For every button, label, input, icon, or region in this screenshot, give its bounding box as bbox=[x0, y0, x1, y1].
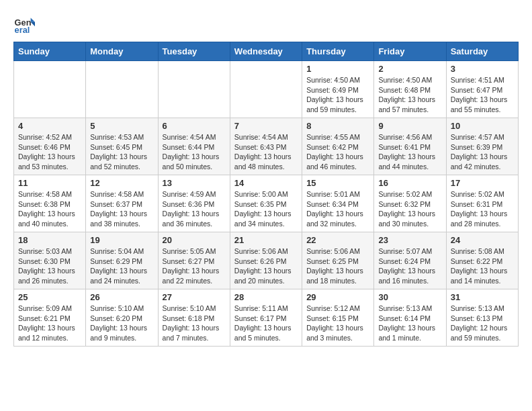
day-number: 18 bbox=[18, 235, 81, 245]
calendar-day-header: Monday bbox=[86, 42, 158, 61]
calendar-cell: 8Sunrise: 4:55 AM Sunset: 6:42 PM Daylig… bbox=[302, 118, 374, 175]
calendar-week-row: 11Sunrise: 4:58 AM Sunset: 6:38 PM Dayli… bbox=[14, 175, 519, 232]
calendar-day-header: Saturday bbox=[446, 42, 518, 61]
day-number: 10 bbox=[451, 121, 514, 131]
calendar-cell: 19Sunrise: 5:04 AM Sunset: 6:29 PM Dayli… bbox=[86, 232, 158, 289]
day-number: 31 bbox=[451, 292, 514, 302]
calendar-cell: 22Sunrise: 5:06 AM Sunset: 6:25 PM Dayli… bbox=[302, 232, 374, 289]
calendar-week-row: 25Sunrise: 5:09 AM Sunset: 6:21 PM Dayli… bbox=[14, 289, 519, 347]
day-info: Sunrise: 5:13 AM Sunset: 6:14 PM Dayligh… bbox=[378, 304, 441, 343]
day-info: Sunrise: 4:56 AM Sunset: 6:41 PM Dayligh… bbox=[378, 132, 441, 172]
calendar-cell: 5Sunrise: 4:53 AM Sunset: 6:45 PM Daylig… bbox=[86, 118, 158, 175]
day-number: 28 bbox=[234, 292, 298, 302]
calendar-cell: 25Sunrise: 5:09 AM Sunset: 6:21 PM Dayli… bbox=[14, 289, 86, 347]
calendar-day-header: Tuesday bbox=[158, 42, 230, 61]
day-number: 4 bbox=[18, 121, 81, 131]
calendar-day-header: Sunday bbox=[14, 42, 86, 61]
day-number: 26 bbox=[90, 292, 153, 302]
calendar-cell: 3Sunrise: 4:51 AM Sunset: 6:47 PM Daylig… bbox=[446, 61, 518, 118]
day-info: Sunrise: 4:54 AM Sunset: 6:43 PM Dayligh… bbox=[234, 132, 298, 172]
day-info: Sunrise: 5:11 AM Sunset: 6:17 PM Dayligh… bbox=[234, 304, 298, 343]
calendar-day-header: Wednesday bbox=[230, 42, 302, 61]
calendar-cell: 11Sunrise: 4:58 AM Sunset: 6:38 PM Dayli… bbox=[14, 175, 86, 232]
calendar-cell bbox=[14, 61, 86, 118]
day-info: Sunrise: 4:50 AM Sunset: 6:48 PM Dayligh… bbox=[378, 75, 441, 115]
day-info: Sunrise: 5:01 AM Sunset: 6:34 PM Dayligh… bbox=[306, 189, 369, 229]
calendar-cell: 15Sunrise: 5:01 AM Sunset: 6:34 PM Dayli… bbox=[302, 175, 374, 232]
day-info: Sunrise: 5:08 AM Sunset: 6:22 PM Dayligh… bbox=[451, 246, 514, 286]
day-info: Sunrise: 4:58 AM Sunset: 6:38 PM Dayligh… bbox=[18, 189, 81, 229]
day-number: 24 bbox=[451, 235, 514, 245]
calendar-cell: 24Sunrise: 5:08 AM Sunset: 6:22 PM Dayli… bbox=[446, 232, 518, 289]
calendar-cell: 10Sunrise: 4:57 AM Sunset: 6:39 PM Dayli… bbox=[446, 118, 518, 175]
day-info: Sunrise: 5:00 AM Sunset: 6:35 PM Dayligh… bbox=[234, 189, 298, 229]
day-number: 20 bbox=[163, 235, 226, 245]
calendar-cell: 21Sunrise: 5:06 AM Sunset: 6:26 PM Dayli… bbox=[230, 232, 302, 289]
calendar-cell: 2Sunrise: 4:50 AM Sunset: 6:48 PM Daylig… bbox=[374, 61, 446, 118]
day-number: 27 bbox=[163, 292, 226, 302]
svg-marker-3 bbox=[31, 22, 35, 26]
day-number: 6 bbox=[163, 121, 226, 131]
calendar-cell: 1Sunrise: 4:50 AM Sunset: 6:49 PM Daylig… bbox=[302, 61, 374, 118]
day-number: 29 bbox=[306, 292, 369, 302]
calendar-cell: 7Sunrise: 4:54 AM Sunset: 6:43 PM Daylig… bbox=[230, 118, 302, 175]
day-info: Sunrise: 5:12 AM Sunset: 6:15 PM Dayligh… bbox=[306, 304, 369, 343]
calendar-body: 1Sunrise: 4:50 AM Sunset: 6:49 PM Daylig… bbox=[14, 61, 519, 347]
day-info: Sunrise: 4:52 AM Sunset: 6:46 PM Dayligh… bbox=[18, 132, 81, 172]
day-info: Sunrise: 5:05 AM Sunset: 6:27 PM Dayligh… bbox=[163, 246, 226, 286]
calendar-day-header: Friday bbox=[374, 42, 446, 61]
calendar-cell: 18Sunrise: 5:03 AM Sunset: 6:30 PM Dayli… bbox=[14, 232, 86, 289]
calendar-cell: 13Sunrise: 4:59 AM Sunset: 6:36 PM Dayli… bbox=[158, 175, 230, 232]
calendar-day-header: Thursday bbox=[302, 42, 374, 61]
day-number: 21 bbox=[234, 235, 298, 245]
day-number: 23 bbox=[378, 235, 441, 245]
day-number: 2 bbox=[378, 64, 441, 74]
calendar-cell: 29Sunrise: 5:12 AM Sunset: 6:15 PM Dayli… bbox=[302, 289, 374, 347]
calendar-cell: 4Sunrise: 4:52 AM Sunset: 6:46 PM Daylig… bbox=[14, 118, 86, 175]
calendar-cell: 12Sunrise: 4:58 AM Sunset: 6:37 PM Dayli… bbox=[86, 175, 158, 232]
day-info: Sunrise: 5:04 AM Sunset: 6:29 PM Dayligh… bbox=[90, 246, 153, 286]
day-info: Sunrise: 4:57 AM Sunset: 6:39 PM Dayligh… bbox=[451, 132, 514, 172]
calendar-cell bbox=[158, 61, 230, 118]
day-number: 19 bbox=[90, 235, 153, 245]
svg-text:eral: eral bbox=[15, 25, 30, 35]
day-number: 15 bbox=[306, 178, 369, 188]
day-number: 5 bbox=[90, 121, 153, 131]
day-info: Sunrise: 5:13 AM Sunset: 6:13 PM Dayligh… bbox=[451, 304, 514, 343]
day-info: Sunrise: 5:06 AM Sunset: 6:26 PM Dayligh… bbox=[234, 246, 298, 286]
day-info: Sunrise: 5:10 AM Sunset: 6:20 PM Dayligh… bbox=[90, 304, 153, 343]
calendar-cell: 20Sunrise: 5:05 AM Sunset: 6:27 PM Dayli… bbox=[158, 232, 230, 289]
calendar-table: SundayMondayTuesdayWednesdayThursdayFrid… bbox=[13, 42, 519, 347]
day-number: 17 bbox=[451, 178, 514, 188]
calendar-week-row: 18Sunrise: 5:03 AM Sunset: 6:30 PM Dayli… bbox=[14, 232, 519, 289]
day-number: 8 bbox=[306, 121, 369, 131]
day-info: Sunrise: 4:54 AM Sunset: 6:44 PM Dayligh… bbox=[163, 132, 226, 172]
day-number: 16 bbox=[378, 178, 441, 188]
day-info: Sunrise: 4:51 AM Sunset: 6:47 PM Dayligh… bbox=[451, 75, 514, 115]
calendar-cell: 23Sunrise: 5:07 AM Sunset: 6:24 PM Dayli… bbox=[374, 232, 446, 289]
day-info: Sunrise: 4:55 AM Sunset: 6:42 PM Dayligh… bbox=[306, 132, 369, 172]
calendar-cell: 30Sunrise: 5:13 AM Sunset: 6:14 PM Dayli… bbox=[374, 289, 446, 347]
calendar-cell: 31Sunrise: 5:13 AM Sunset: 6:13 PM Dayli… bbox=[446, 289, 518, 347]
day-number: 11 bbox=[18, 178, 81, 188]
calendar-cell bbox=[230, 61, 302, 118]
day-info: Sunrise: 4:58 AM Sunset: 6:37 PM Dayligh… bbox=[90, 189, 153, 229]
day-number: 13 bbox=[163, 178, 226, 188]
calendar-cell: 16Sunrise: 5:02 AM Sunset: 6:32 PM Dayli… bbox=[374, 175, 446, 232]
day-info: Sunrise: 5:02 AM Sunset: 6:31 PM Dayligh… bbox=[451, 189, 514, 229]
logo-icon: Gen eral bbox=[13, 13, 35, 35]
day-number: 7 bbox=[234, 121, 298, 131]
calendar-header-row: SundayMondayTuesdayWednesdayThursdayFrid… bbox=[14, 42, 519, 61]
calendar-cell: 27Sunrise: 5:10 AM Sunset: 6:18 PM Dayli… bbox=[158, 289, 230, 347]
day-info: Sunrise: 4:50 AM Sunset: 6:49 PM Dayligh… bbox=[306, 75, 369, 115]
day-info: Sunrise: 4:53 AM Sunset: 6:45 PM Dayligh… bbox=[90, 132, 153, 172]
calendar-week-row: 4Sunrise: 4:52 AM Sunset: 6:46 PM Daylig… bbox=[14, 118, 519, 175]
svg-marker-2 bbox=[31, 17, 35, 21]
day-number: 1 bbox=[306, 64, 369, 74]
calendar-cell: 6Sunrise: 4:54 AM Sunset: 6:44 PM Daylig… bbox=[158, 118, 230, 175]
day-info: Sunrise: 4:59 AM Sunset: 6:36 PM Dayligh… bbox=[163, 189, 226, 229]
day-number: 25 bbox=[18, 292, 81, 302]
calendar-cell bbox=[86, 61, 158, 118]
day-info: Sunrise: 5:03 AM Sunset: 6:30 PM Dayligh… bbox=[18, 246, 81, 286]
calendar-cell: 17Sunrise: 5:02 AM Sunset: 6:31 PM Dayli… bbox=[446, 175, 518, 232]
